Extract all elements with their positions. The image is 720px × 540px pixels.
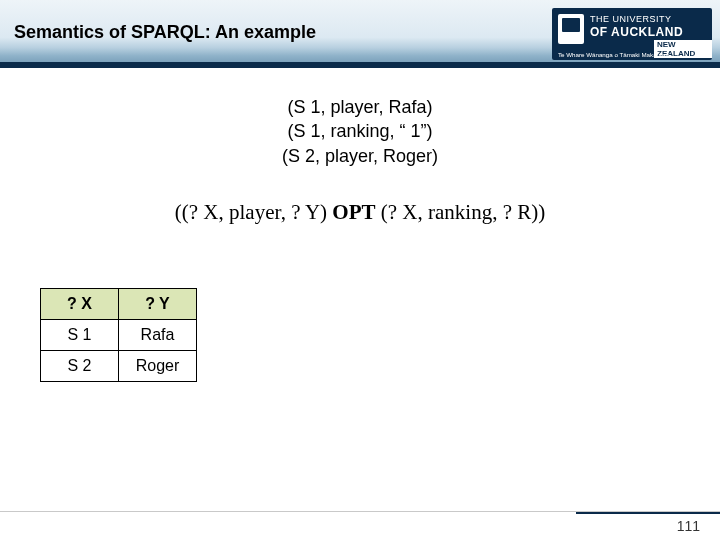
cell: S 1 — [41, 320, 119, 351]
logo-line1: THE UNIVERSITY — [590, 14, 672, 24]
query-right: (? X, ranking, ? R)) — [376, 200, 546, 224]
triple-1: (S 1, player, Rafa) — [0, 95, 720, 119]
footer-rule — [0, 512, 720, 514]
cell: Rafa — [119, 320, 197, 351]
table-row: S 2 Roger — [41, 351, 197, 382]
query-opt: OPT — [332, 200, 375, 224]
logo-maori: Te Whare Wānanga o Tāmaki Makaurau — [558, 51, 706, 58]
cell: Roger — [119, 351, 197, 382]
query-left: ((? X, player, ? Y) — [175, 200, 333, 224]
triple-3: (S 2, player, Roger) — [0, 144, 720, 168]
university-logo: THE UNIVERSITY OF AUCKLAND NEW ZEALAND T… — [552, 8, 712, 60]
col-header-x: ? X — [41, 289, 119, 320]
triple-2: (S 1, ranking, “ 1”) — [0, 119, 720, 143]
result-table: ? X ? Y S 1 Rafa S 2 Roger — [40, 288, 197, 382]
query-line: ((? X, player, ? Y) OPT (? X, ranking, ?… — [0, 200, 720, 225]
cell: S 2 — [41, 351, 119, 382]
page-number: 111 — [677, 518, 700, 534]
slide: Semantics of SPARQL: An example THE UNIV… — [0, 0, 720, 540]
header-band: Semantics of SPARQL: An example THE UNIV… — [0, 0, 720, 68]
crest-icon — [558, 14, 584, 44]
table-row: S 1 Rafa — [41, 320, 197, 351]
slide-title: Semantics of SPARQL: An example — [14, 22, 316, 43]
col-header-y: ? Y — [119, 289, 197, 320]
triples-block: (S 1, player, Rafa) (S 1, ranking, “ 1”)… — [0, 95, 720, 168]
table-header-row: ? X ? Y — [41, 289, 197, 320]
logo-line2: OF AUCKLAND — [590, 25, 683, 39]
